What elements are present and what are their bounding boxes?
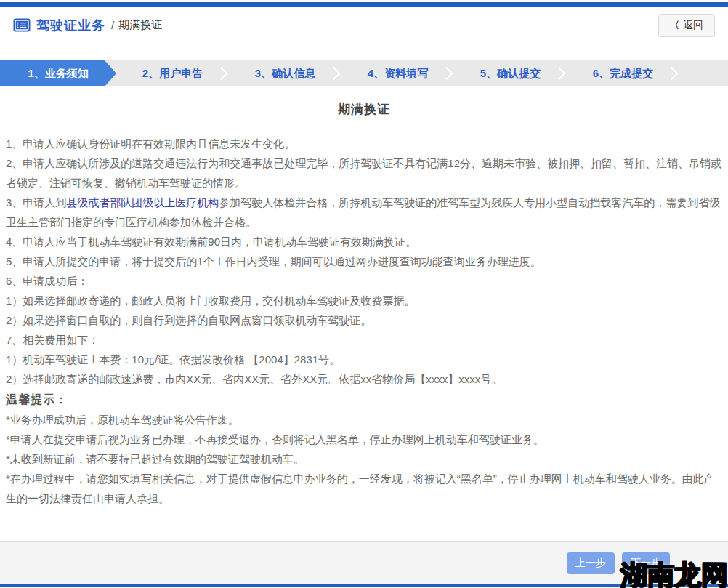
- back-button[interactable]: 〈 返回: [658, 14, 715, 37]
- medical-org-highlight: 县级或者部队团级以上医疗机构: [66, 196, 219, 209]
- notice-line: *未收到新证前，请不要持已超过有效期的驾驶证驾驶机动车。: [6, 449, 722, 469]
- step-label: 3、确认信息: [255, 67, 315, 81]
- notice-segment: 3、申请人到: [6, 196, 66, 209]
- step-bar-filler: [679, 60, 728, 86]
- notice-line: 7、相关费用如下：: [6, 330, 722, 350]
- watermark-part2: 龙网: [674, 560, 728, 588]
- notice-segment: 2）选择邮政寄递的邮政速递费，市内XX元、省内XX元、省外XX元。依据xx省物价…: [6, 373, 502, 385]
- notice-line: *在办理过程中，请您如实填写相关信息，对于提供虚假信息申办业务的，一经发现，将被…: [6, 469, 722, 508]
- breadcrumb-separator: /: [111, 19, 114, 31]
- bottom-accent-bar: [0, 584, 728, 587]
- notice-segment: 7、相关费用如下：: [6, 334, 99, 346]
- notice-segment: 1）如果选择邮政寄递的，邮政人员将上门收取费用，交付机动车驾驶证及收费票据。: [6, 294, 415, 307]
- page: 驾驶证业务 / 期满换证 〈 返回 1、业务须知2、用户申告3、确认信息4、资料…: [0, 2, 728, 588]
- step-label: 1、业务须知: [28, 67, 88, 81]
- notice-segment: *在办理过程中，请您如实填写相关信息，对于提供虚假信息申办业务的，一经发现，将被…: [6, 472, 715, 504]
- notice-segment: *业务办理成功后，原机动车驾驶证将公告作废。: [6, 414, 239, 426]
- watermark-part1: 湖南: [620, 560, 674, 588]
- step-label: 5、确认提交: [480, 67, 541, 81]
- footer: 上一步 下一步: [0, 541, 728, 584]
- step-label: 2、用户申告: [142, 67, 203, 81]
- step-2: 2、用户申告: [116, 60, 229, 86]
- notice-segment: 1）机动车驾驶证工本费：10元/证。依据发改价格 【2004】2831号。: [6, 353, 340, 366]
- list-icon: [13, 18, 31, 32]
- step-4: 4、资料填写: [341, 60, 454, 86]
- notice-line: 1）如果选择邮政寄递的，邮政人员将上门收取费用，交付机动车驾驶证及收费票据。: [6, 291, 722, 310]
- watermark: 湖南龙网: [620, 562, 728, 588]
- step-bar: 1、业务须知2、用户申告3、确认信息4、资料填写5、确认提交6、完成提交: [0, 60, 728, 86]
- prev-step-button[interactable]: 上一步: [567, 552, 615, 574]
- step-label: 6、完成提交: [593, 67, 653, 81]
- tip-heading: 温馨提示：: [6, 389, 722, 410]
- step-label: 4、资料填写: [368, 67, 428, 81]
- notice-segment: 4、申请人应当于机动车驾驶证有效期满前90日内，申请机动车驾驶证有效期满换证。: [6, 235, 416, 248]
- notice-segment: 2）如果选择窗口自取的，则自行到选择的自取网点窗口领取机动车驾驶证。: [6, 314, 371, 326]
- notice-text: 1、申请人应确认身份证明在有效期限内且信息未发生变化。2、申请人应确认所涉及的道…: [6, 134, 722, 508]
- breadcrumb-page: 期满换证: [118, 18, 162, 32]
- notice-segment: 5、申请人所提交的申请，将于提交后的1个工作日内受理，期间可以通过网办进度查询功…: [6, 255, 541, 267]
- notice-segment: *未收到新证前，请不要持已超过有效期的驾驶证驾驶机动车。: [6, 453, 304, 465]
- header: 驾驶证业务 / 期满换证 〈 返回: [0, 7, 728, 44]
- notice-line: 2）选择邮政寄递的邮政速递费，市内XX元、省内XX元、省外XX元。依据xx省物价…: [6, 369, 722, 389]
- chevron-left-icon: 〈: [670, 19, 679, 32]
- notice-line: 3、申请人到县级或者部队团级以上医疗机构参加驾驶人体检并合格，所持机动车驾驶证的…: [6, 193, 722, 232]
- notice-segment: *申请人在提交申请后视为业务已办理，不再接受退办，否则将记入黑名单，停止办理网上…: [6, 433, 544, 446]
- notice-line: 1、申请人应确认身份证明在有效期限内且信息未发生变化。: [6, 134, 722, 153]
- notice-segment: 2、申请人应确认所涉及的道路交通违法行为和交通事故已处理完毕，所持驾驶证不具有记…: [6, 157, 721, 189]
- notice-line: *申请人在提交申请后视为业务已办理，不再接受退办，否则将记入黑名单，停止办理网上…: [6, 430, 722, 449]
- step-6: 6、完成提交: [567, 60, 679, 86]
- notice-line: 6、申请成功后：: [6, 271, 722, 291]
- back-button-label: 返回: [683, 19, 703, 32]
- notice-line: 1）机动车驾驶证工本费：10元/证。依据发改价格 【2004】2831号。: [6, 350, 722, 369]
- notice-line: *业务办理成功后，原机动车驾驶证将公告作废。: [6, 410, 722, 430]
- step-1: 1、业务须知: [0, 60, 116, 86]
- breadcrumb-section: 驾驶证业务: [36, 17, 105, 34]
- step-3: 3、确认信息: [229, 60, 341, 86]
- notice-line: 5、申请人所提交的申请，将于提交后的1个工作日内受理，期间可以通过网办进度查询功…: [6, 251, 722, 271]
- page-title: 期满换证: [6, 101, 722, 118]
- notice-segment: 1、申请人应确认身份证明在有效期限内且信息未发生变化。: [6, 137, 295, 150]
- notice-segment: 温馨提示：: [6, 393, 68, 406]
- notice-line: 2）如果选择窗口自取的，则自行到选择的自取网点窗口领取机动车驾驶证。: [6, 310, 722, 330]
- notice-line: 4、申请人应当于机动车驾驶证有效期满前90日内，申请机动车驾驶证有效期满换证。: [6, 232, 722, 251]
- notice-segment: 6、申请成功后：: [6, 275, 88, 287]
- main-content: 期满换证 1、申请人应确认身份证明在有效期限内且信息未发生变化。2、申请人应确认…: [0, 86, 728, 512]
- step-5: 5、确认提交: [454, 60, 567, 86]
- notice-line: 2、申请人应确认所涉及的道路交通违法行为和交通事故已处理完毕，所持驾驶证不具有记…: [6, 153, 722, 193]
